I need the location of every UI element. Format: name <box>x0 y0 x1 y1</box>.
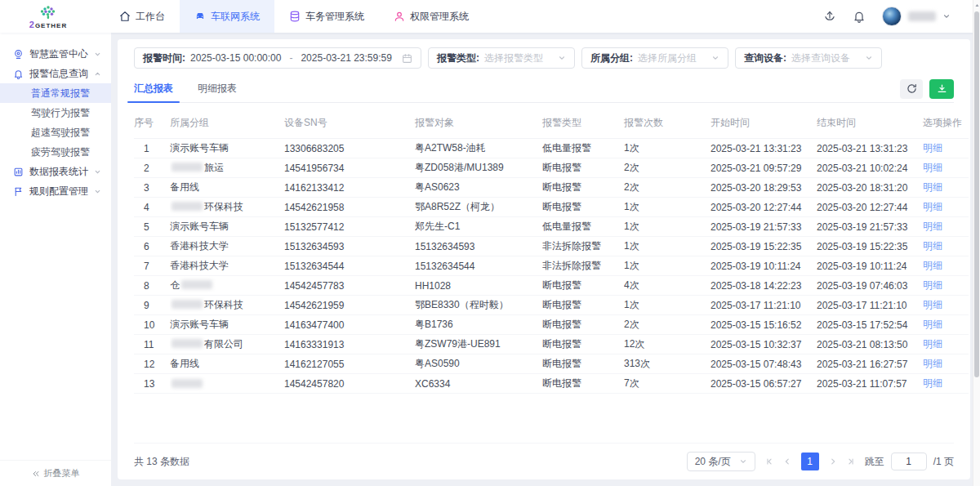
cell-action: 明细 <box>923 217 969 237</box>
sidebar-item[interactable]: 规则配置管理 <box>0 181 111 201</box>
tab[interactable]: 汇总报表 <box>134 75 173 102</box>
table-row: 9 环保科技 14542621959 鄂BE8330（程时毅） 断电报警 1次 … <box>134 296 969 315</box>
refresh-button[interactable] <box>900 79 923 99</box>
cell-action: 明细 <box>923 237 969 256</box>
cell-start-time: 2025-03-18 14:22:23 <box>710 276 817 296</box>
filter-select[interactable]: 所属分组: 选择所属分组 <box>581 47 728 69</box>
cell-action: 明细 <box>923 335 969 354</box>
filter-select[interactable]: 报警类型: 选择报警类型 <box>428 47 575 69</box>
column-header: 设备SN号 <box>284 111 415 139</box>
cell-sn: 14162133412 <box>284 178 415 198</box>
cell-index: 10 <box>134 315 170 335</box>
chevron-down-icon <box>865 54 873 62</box>
next-page-icon[interactable] <box>829 457 837 466</box>
sidebar-item[interactable]: 普通常规报警 <box>0 83 111 103</box>
cell-end-time: 2025-03-21 13:31:23 <box>817 139 923 158</box>
first-page-icon[interactable] <box>765 457 773 466</box>
cell-target: 鄂A8R52Z（柯龙） <box>415 198 542 217</box>
detail-link[interactable]: 明细 <box>923 162 942 173</box>
upload-icon[interactable] <box>823 10 836 23</box>
logo-text: 2GETHER <box>29 21 67 29</box>
cell-action: 明细 <box>923 315 969 335</box>
cell-count: 1次 <box>624 139 710 158</box>
detail-link[interactable]: 明细 <box>923 377 942 389</box>
cell-count: 2次 <box>624 178 710 198</box>
scrollbar[interactable] <box>973 0 980 486</box>
sidebar-item[interactable]: 智慧监管中心 <box>0 44 111 64</box>
date-range-picker[interactable]: 报警时间: 2025-03-15 00:00:00 - 2025-03-21 2… <box>134 47 421 69</box>
page-number-button[interactable]: 1 <box>801 453 819 470</box>
cell-start-time: 2025-03-21 13:31:23 <box>710 139 817 158</box>
nav-item[interactable]: 权限管理系统 <box>379 0 483 33</box>
cell-type: 断电报警 <box>542 198 624 217</box>
cell-end-time: 2025-03-19 21:57:33 <box>817 217 923 237</box>
detail-link[interactable]: 明细 <box>923 181 942 193</box>
page: 2GETHER 工作台 车联网系统 车务管理系统 <box>0 0 980 486</box>
brand-logo: 2GETHER <box>0 3 96 29</box>
column-header: 报警类型 <box>542 111 624 139</box>
last-page-icon[interactable] <box>847 457 855 466</box>
redacted-text <box>172 300 203 309</box>
detail-link[interactable]: 明细 <box>923 221 942 232</box>
table-row: 11 有限公司 14163331913 粤ZSW79港-UE891 断电报警 1… <box>134 335 969 354</box>
sidebar-item[interactable]: 驾驶行为报警 <box>0 103 111 123</box>
detail-link[interactable]: 明细 <box>923 299 942 310</box>
cell-type: 断电报警 <box>542 315 624 335</box>
nav-item[interactable]: 车联网系统 <box>180 0 274 33</box>
table-row: 4 环保科技 14542621958 鄂A8R52Z（柯龙） 断电报警 1次 2… <box>134 198 969 217</box>
sidebar-item[interactable]: 超速驾驶报警 <box>0 123 111 142</box>
detail-link[interactable]: 明细 <box>923 240 942 252</box>
sidebar-item[interactable]: 数据报表统计 <box>0 162 111 181</box>
column-header: 报警对象 <box>415 111 542 139</box>
table-body: 1 演示账号车辆 13306683205 粤A2TW58-油耗 低电量报警 1次… <box>134 139 969 394</box>
cell-count: 1次 <box>624 296 710 315</box>
filter-select[interactable]: 查询设备: 选择查询设备 <box>735 47 882 69</box>
cell-end-time: 2025-03-19 07:46:03 <box>817 276 923 296</box>
sidebar-item[interactable]: 报警信息查询 <box>0 64 111 83</box>
prev-page-icon[interactable] <box>783 457 791 466</box>
chevron-down-icon <box>94 51 101 58</box>
cell-index: 13 <box>134 374 170 394</box>
bell-icon[interactable] <box>853 10 866 23</box>
cell-target: 粤A2TW58-油耗 <box>415 139 542 158</box>
detail-link[interactable]: 明细 <box>923 358 942 369</box>
sidebar-item[interactable]: 疲劳驾驶报警 <box>0 142 111 162</box>
total-count-text: 共 13 条数据 <box>134 455 189 469</box>
sidebar: 智慧监管中心 报警信息查询 <box>0 33 111 486</box>
cell-type: 断电报警 <box>542 276 624 296</box>
redacted-text <box>181 280 212 289</box>
cell-group: 香港科技大学 <box>170 237 284 256</box>
user-menu[interactable] <box>882 7 951 26</box>
nav-item[interactable]: 工作台 <box>105 0 180 33</box>
cell-end-time: 2025-03-21 10:02:24 <box>817 158 923 178</box>
page-size-select[interactable]: 20 条/页 <box>687 452 755 471</box>
detail-link[interactable]: 明细 <box>923 279 942 291</box>
nav-item[interactable]: 车务管理系统 <box>274 0 379 33</box>
detail-link[interactable]: 明细 <box>923 319 942 330</box>
scrollbar-thumb[interactable] <box>974 11 979 377</box>
cell-target: 15132634544 <box>415 256 542 276</box>
cell-group: 香港科技大学 <box>170 256 284 276</box>
top-nav: 工作台 车联网系统 车务管理系统 权限管理系统 <box>105 0 483 33</box>
detail-link[interactable]: 明细 <box>923 338 942 350</box>
cell-index: 3 <box>134 178 170 198</box>
cell-sn: 14542621959 <box>284 296 415 315</box>
page-jump-input[interactable]: 1 <box>891 453 927 470</box>
collapse-menu-button[interactable]: 折叠菜单 <box>0 460 111 486</box>
redacted-text <box>172 379 203 388</box>
cell-group: 仓 <box>170 276 284 296</box>
tab[interactable]: 明细报表 <box>198 75 237 102</box>
cell-start-time: 2025-03-17 11:21:10 <box>710 296 817 315</box>
detail-link[interactable]: 明细 <box>923 260 942 271</box>
cell-count: 2次 <box>624 158 710 178</box>
detail-link[interactable]: 明细 <box>923 201 942 212</box>
cell-count: 2次 <box>624 315 710 335</box>
table-row: 7 香港科技大学 15132634544 15132634544 非法拆除报警 … <box>134 256 969 276</box>
cell-sn: 15132634593 <box>284 237 415 256</box>
cell-count: 1次 <box>624 217 710 237</box>
cell-target: 15132634593 <box>415 237 542 256</box>
download-button[interactable] <box>929 79 954 99</box>
scrollbar-up-arrow[interactable] <box>973 0 980 10</box>
detail-link[interactable]: 明细 <box>923 142 942 154</box>
cell-sn: 15132577412 <box>284 217 415 237</box>
